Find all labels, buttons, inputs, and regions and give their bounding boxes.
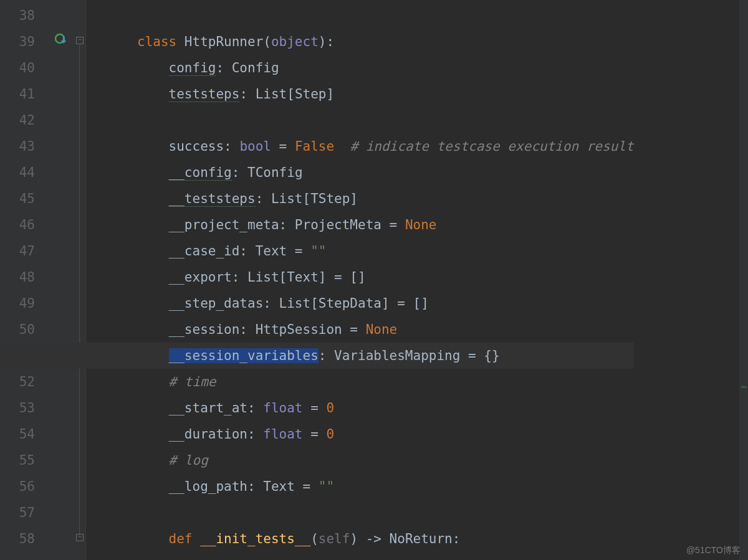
code-line[interactable]: # log <box>137 447 634 473</box>
svg-point-0 <box>55 34 64 43</box>
code-line[interactable]: __start_at: float = 0 <box>137 395 634 421</box>
code-line[interactable]: def __init_tests__(self) -> NoReturn: <box>137 526 634 552</box>
line-number[interactable]: 57 <box>0 500 51 526</box>
line-number[interactable]: 46 <box>0 212 51 238</box>
code-line[interactable]: teststeps: List[Step] <box>137 81 634 107</box>
gutter-annotations: − − <box>51 0 86 560</box>
watermark: @51CTO博客 <box>686 545 741 556</box>
line-number[interactable]: 41 <box>0 81 51 107</box>
code-line[interactable]: __config: TConfig <box>137 159 634 186</box>
code-line[interactable]: # time <box>137 369 634 395</box>
line-number[interactable]: 44 <box>0 159 51 186</box>
code-editor[interactable]: 3839404142434445464748495051525354555657… <box>0 0 748 560</box>
code-line[interactable]: success: bool = False # indicate testcas… <box>137 133 634 159</box>
stripe-mark[interactable] <box>741 386 747 388</box>
code-line[interactable]: __log_path: Text = "" <box>137 473 634 500</box>
line-number[interactable]: 56 <box>0 473 51 500</box>
code-line[interactable]: config: Config <box>137 55 634 81</box>
fold-toggle-icon[interactable]: − <box>76 534 84 541</box>
line-number[interactable]: 40 <box>0 55 51 81</box>
line-number[interactable]: 54 <box>0 421 51 447</box>
code-area[interactable]: class HttpRunner(object): config: Config… <box>137 0 634 560</box>
line-number[interactable]: 47 <box>0 238 51 264</box>
line-number[interactable]: 39 <box>0 29 51 55</box>
code-line[interactable]: __duration: float = 0 <box>137 421 634 447</box>
code-line[interactable] <box>137 2 634 29</box>
code-line[interactable]: __step_datas: List[StepData] = [] <box>137 290 634 316</box>
line-number[interactable]: 38 <box>0 2 51 29</box>
line-number[interactable]: 48 <box>0 264 51 290</box>
line-number[interactable]: 49 <box>0 290 51 316</box>
line-number[interactable]: 52 <box>0 369 51 395</box>
code-line[interactable]: __teststeps: List[TStep] <box>137 186 634 212</box>
code-line[interactable]: __case_id: Text = "" <box>137 238 634 264</box>
line-number[interactable]: 42 <box>0 107 51 133</box>
line-number[interactable]: 53 <box>0 395 51 421</box>
code-line[interactable] <box>137 500 634 526</box>
code-line[interactable]: class HttpRunner(object): <box>137 29 634 55</box>
override-icon[interactable] <box>55 32 67 45</box>
line-number[interactable]: 58 <box>0 526 51 552</box>
line-number-gutter[interactable]: 3839404142434445464748495051525354555657… <box>0 0 51 560</box>
line-number[interactable]: 50 <box>0 316 51 343</box>
code-line[interactable]: __session_variables: VariablesMapping = … <box>0 343 634 369</box>
line-number[interactable]: 55 <box>0 447 51 473</box>
code-line[interactable]: __export: List[Text] = [] <box>137 264 634 290</box>
fold-toggle-icon[interactable]: − <box>76 37 84 44</box>
code-line[interactable]: __project_meta: ProjectMeta = None <box>137 212 634 238</box>
line-number[interactable]: 43 <box>0 133 51 159</box>
line-number[interactable]: 45 <box>0 186 51 212</box>
fold-guide <box>79 45 80 536</box>
code-line[interactable] <box>137 107 634 133</box>
code-line[interactable]: __session: HttpSession = None <box>137 316 634 343</box>
error-stripe[interactable] <box>739 0 748 560</box>
